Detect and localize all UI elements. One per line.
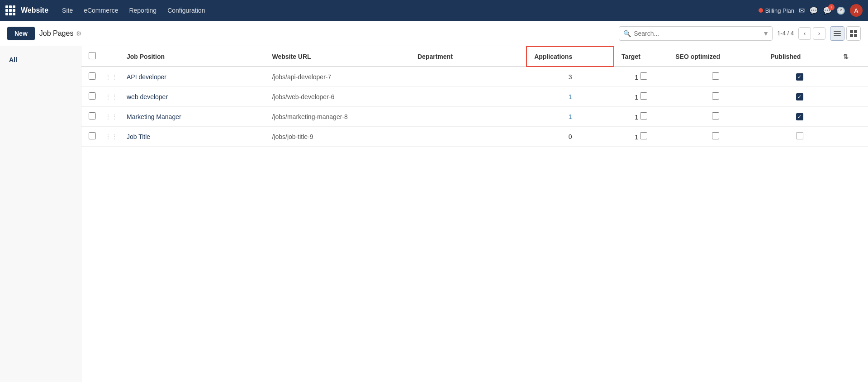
sidebar-item-all[interactable]: All [0, 53, 81, 66]
row-position[interactable]: Marketing Manager [119, 107, 265, 127]
drag-handle-icon[interactable]: ⋮⋮ [105, 93, 118, 100]
drag-handle[interactable]: ⋮⋮ [103, 107, 119, 127]
new-button[interactable]: New [7, 27, 35, 40]
clock-icon[interactable]: 🕐 [836, 6, 845, 15]
row-checkbox[interactable] [89, 72, 96, 80]
pagination-info: 1-4 / 4 [777, 30, 794, 37]
col-header-published[interactable]: Published [763, 47, 836, 67]
col-header-seo[interactable]: SEO optimized [668, 47, 763, 67]
row-seo-checkbox[interactable] [712, 112, 719, 119]
view-toggle [830, 26, 861, 41]
table-row: ⋮⋮web developer/jobs/web-developer-611 [81, 87, 868, 107]
page-title: Job Pages ⚙ [39, 29, 82, 38]
svg-rect-5 [850, 34, 853, 37]
kanban-view-button[interactable] [846, 26, 861, 41]
svg-rect-4 [854, 30, 857, 33]
row-position[interactable]: Job Title [119, 127, 265, 147]
chat-badge: 7 [828, 4, 835, 10]
row-checkbox-cell [81, 67, 103, 87]
drag-handle-icon[interactable]: ⋮⋮ [105, 133, 118, 140]
next-page-button[interactable]: › [813, 27, 825, 40]
drag-handle[interactable]: ⋮⋮ [103, 127, 119, 147]
brand-label[interactable]: Website [21, 6, 48, 14]
row-checkbox[interactable] [89, 112, 96, 119]
row-published [763, 107, 836, 127]
user-avatar[interactable]: A [850, 4, 863, 17]
row-position[interactable]: API developer [119, 67, 265, 87]
col-header-target[interactable]: Target [614, 47, 668, 67]
row-applications: 3 [526, 67, 614, 87]
page-title-text: Job Pages [39, 29, 74, 38]
billing-plan[interactable]: Billing Plan [759, 7, 794, 14]
row-position[interactable]: web developer [119, 87, 265, 107]
app-menu-icon[interactable] [5, 5, 15, 15]
row-target-checkbox[interactable] [640, 72, 647, 80]
drag-handle-icon[interactable]: ⋮⋮ [105, 73, 118, 81]
row-checkbox-cell [81, 107, 103, 127]
row-target: 1 [614, 67, 668, 87]
search-dropdown-icon[interactable]: ▼ [763, 30, 769, 37]
whatsapp-icon[interactable]: 💬 [809, 6, 818, 15]
svg-rect-1 [834, 33, 841, 34]
published-checked-icon[interactable] [796, 73, 803, 81]
row-seo-checkbox[interactable] [712, 92, 719, 100]
row-checkbox[interactable] [89, 132, 96, 139]
search-container: 🔍 ▼ [619, 26, 773, 41]
row-applications: 0 [526, 127, 614, 147]
settings-gear-icon[interactable]: ⚙ [76, 30, 82, 37]
row-checkbox-cell [81, 87, 103, 107]
row-applications[interactable]: 1 [526, 107, 614, 127]
row-department [410, 107, 526, 127]
col-header-department[interactable]: Department [410, 47, 526, 67]
nav-reporting[interactable]: Reporting [124, 5, 161, 16]
col-header-applications[interactable]: Applications [526, 47, 614, 67]
col-header-check [81, 47, 103, 67]
published-checked-icon[interactable] [796, 113, 803, 120]
row-target-checkbox[interactable] [640, 92, 647, 100]
row-published [763, 67, 836, 87]
row-url[interactable]: /jobs/job-title-9 [265, 127, 411, 147]
nav-site[interactable]: Site [57, 5, 77, 16]
row-seo-checkbox[interactable] [712, 132, 719, 139]
row-seo [668, 127, 763, 147]
table-row: ⋮⋮Job Title/jobs/job-title-901 [81, 127, 868, 147]
drag-handle[interactable]: ⋮⋮ [103, 67, 119, 87]
nav-ecommerce[interactable]: eCommerce [79, 5, 123, 16]
published-unchecked-icon[interactable] [796, 132, 803, 139]
row-settings [836, 67, 868, 87]
table-row: ⋮⋮Marketing Manager/jobs/marketing-manag… [81, 107, 868, 127]
row-settings [836, 87, 868, 107]
row-published [763, 87, 836, 107]
search-icon: 🔍 [623, 30, 631, 37]
select-all-checkbox[interactable] [89, 52, 96, 59]
row-settings [836, 127, 868, 147]
col-header-url[interactable]: Website URL [265, 47, 411, 67]
messages-icon[interactable]: ✉ [799, 6, 805, 15]
row-target-checkbox[interactable] [640, 112, 647, 119]
row-department [410, 67, 526, 87]
prev-page-button[interactable]: ‹ [798, 27, 811, 40]
svg-rect-6 [854, 34, 857, 37]
search-input[interactable] [619, 26, 773, 41]
row-target-checkbox[interactable] [640, 132, 647, 139]
row-target: 1 [614, 127, 668, 147]
chat-icon[interactable]: 💬 7 [823, 6, 832, 15]
row-applications[interactable]: 1 [526, 87, 614, 107]
table-row: ⋮⋮API developer/jobs/api-developer-731 [81, 67, 868, 87]
row-seo-checkbox[interactable] [712, 72, 719, 80]
published-checked-icon[interactable] [796, 93, 803, 100]
drag-handle[interactable]: ⋮⋮ [103, 87, 119, 107]
col-header-position[interactable]: Job Position [119, 47, 265, 67]
row-url[interactable]: /jobs/api-developer-7 [265, 67, 411, 87]
col-header-settings[interactable]: ⇅ [836, 47, 868, 67]
row-checkbox[interactable] [89, 92, 96, 100]
job-pages-table: Job Position Website URL Department Appl… [81, 46, 868, 147]
row-url[interactable]: /jobs/web-developer-6 [265, 87, 411, 107]
table-header-row: Job Position Website URL Department Appl… [81, 47, 868, 67]
row-url[interactable]: /jobs/marketing-manager-8 [265, 107, 411, 127]
row-target: 1 [614, 87, 668, 107]
drag-handle-icon[interactable]: ⋮⋮ [105, 113, 118, 120]
list-view-button[interactable] [830, 26, 844, 41]
row-department [410, 127, 526, 147]
nav-configuration[interactable]: Configuration [163, 5, 209, 16]
